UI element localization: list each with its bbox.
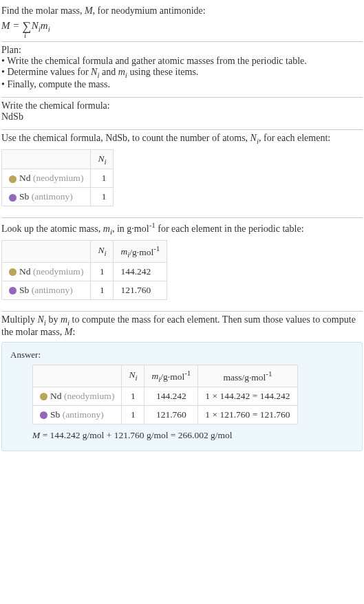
- table-header-row: Ni mi/g·mol-1: [2, 240, 167, 262]
- elname: (antimony): [32, 285, 73, 295]
- element-cell: Sb (antimony): [33, 405, 122, 424]
- var-mi: mi: [61, 313, 69, 326]
- n-cell: 1: [91, 262, 114, 281]
- t: :: [72, 327, 75, 337]
- blank-header: [2, 240, 91, 262]
- n-cell: 1: [122, 387, 144, 405]
- sym: Sb: [19, 285, 29, 295]
- elname: (neodymium): [33, 173, 84, 183]
- element-cell: Nd (neodymium): [33, 387, 122, 405]
- n: antimony: [65, 409, 100, 420]
- count-table: Ni Nd (neodymium) 1 Sb (antimony) 1: [1, 149, 114, 207]
- answer-inner: Ni mi/g·mol-1 mass/g·mol-1 Nd (neodymium…: [10, 365, 354, 441]
- n: neodymium: [67, 391, 111, 401]
- sym: Sb: [50, 409, 60, 420]
- chem-label: Write the chemical formula:: [1, 100, 363, 111]
- formula-M: M: [1, 20, 10, 31]
- n: antimony: [34, 285, 69, 295]
- intro-text-b: , for neodymium antimonide:: [93, 6, 206, 16]
- plan-title: Plan:: [1, 45, 363, 56]
- table-row: Nd (neodymium) 1 144.242 1 × 144.242 = 1…: [33, 387, 298, 405]
- t: , for each element:: [259, 133, 330, 143]
- plan-b2a: • Determine values for: [1, 67, 91, 77]
- final-equation: M = 144.242 g/mol + 121.760 g/mol = 266.…: [32, 430, 354, 441]
- blank-header: [2, 149, 91, 169]
- sup: -1: [266, 369, 272, 378]
- plan-b2c: using these items.: [127, 67, 198, 77]
- sub: i: [135, 374, 137, 382]
- chem-formula: NdSb: [1, 111, 363, 122]
- eq-text: = 144.242 g/mol + 121.760 g/mol = 266.00…: [40, 430, 232, 440]
- u: /g·mol: [129, 246, 153, 257]
- elname: (antimony): [63, 409, 104, 420]
- n-cell: 1: [91, 281, 114, 299]
- n: neodymium: [36, 266, 81, 277]
- multiply-text: Multiply Ni by mi to compute the mass fo…: [1, 314, 363, 338]
- m-cell: 121.760: [144, 405, 198, 424]
- mi-header: mi/g·mol-1: [144, 365, 198, 387]
- element-cell: Nd (neodymium): [2, 262, 91, 281]
- sym: Nd: [50, 391, 62, 401]
- sub: i: [104, 157, 106, 165]
- element-dot-icon: [9, 268, 17, 276]
- intro-section: Find the molar mass, M, for neodymium an…: [1, 3, 363, 41]
- plan-b2: • Determine values for Ni and mi using t…: [1, 67, 363, 79]
- element-cell: Sb (antimony): [2, 188, 91, 206]
- sym: Nd: [19, 173, 31, 183]
- m-cell: 144.242: [144, 387, 198, 405]
- sup: -1: [184, 369, 191, 377]
- Ni-header: Ni: [91, 149, 114, 169]
- t: by: [46, 314, 61, 325]
- n: neodymium: [36, 173, 81, 183]
- var-mi: mi: [118, 65, 127, 78]
- lookup-table: Ni mi/g·mol-1 Nd (neodymium) 1 144.242 S…: [1, 240, 167, 300]
- lookup-section: Look up the atomic mass, mi, in g·mol-1 …: [1, 218, 363, 311]
- var-Ni: Ni: [91, 65, 99, 78]
- var-M: M: [65, 325, 73, 338]
- answer-table: Ni mi/g·mol-1 mass/g·mol-1 Nd (neodymium…: [32, 365, 298, 424]
- m-cell: 121.760: [114, 281, 167, 299]
- Ni-header: Ni: [91, 240, 114, 262]
- table-row: Sb (antimony) 1 121.760 1 × 121.760 = 12…: [33, 405, 298, 424]
- count-text: Use the chemical formula, NdSb, to count…: [1, 133, 363, 145]
- table-row: Nd (neodymium) 1 144.242: [2, 262, 167, 281]
- multiply-section: Multiply Ni by mi to compute the mass fo…: [1, 312, 363, 462]
- t: Use the chemical formula, NdSb, to count…: [1, 133, 250, 143]
- intro-line1: Find the molar mass, M, for neodymium an…: [1, 6, 363, 17]
- var-M: M: [32, 430, 40, 440]
- plan-b3: • Finally, compute the mass.: [1, 79, 363, 90]
- blank-header: [33, 365, 122, 387]
- n-cell: 1: [91, 169, 114, 188]
- n-cell: 1: [122, 405, 144, 424]
- sub-i2: i: [48, 25, 50, 33]
- var-Ni: Ni: [250, 131, 259, 144]
- table-row: Sb (antimony) 1: [2, 188, 114, 206]
- element-dot-icon: [40, 411, 47, 419]
- mass-cell: 1 × 121.760 = 121.760: [198, 405, 297, 424]
- sym: Nd: [19, 266, 31, 277]
- t: Multiply: [1, 314, 38, 325]
- elname: (neodymium): [64, 391, 115, 401]
- element-dot-icon: [9, 287, 17, 294]
- elname: (antimony): [32, 191, 73, 202]
- chem-section: Write the chemical formula: NdSb: [1, 98, 363, 129]
- m-cell: 144.242: [114, 262, 167, 281]
- element-cell: Nd (neodymium): [2, 169, 91, 188]
- var-mi: mi: [103, 222, 112, 235]
- lookup-text: Look up the atomic mass, mi, in g·mol-1 …: [1, 221, 363, 235]
- table-header-row: Ni mi/g·mol-1 mass/g·mol-1: [33, 365, 298, 387]
- table-row: Sb (antimony) 1 121.760: [2, 281, 167, 299]
- n-cell: 1: [91, 188, 114, 206]
- intro-text-a: Find the molar mass,: [1, 6, 85, 16]
- var-M: M: [85, 4, 93, 17]
- var-Ni: Ni: [38, 313, 46, 326]
- table-header-row: Ni: [2, 149, 114, 169]
- element-dot-icon: [9, 194, 17, 202]
- t: Look up the atomic mass,: [1, 224, 103, 234]
- answer-box: Answer: Ni mi/g·mol-1 mass/g·mol-1 Nd (n…: [1, 342, 363, 451]
- mi-header: mi/g·mol-1: [114, 240, 167, 262]
- sub: i: [104, 249, 106, 257]
- mass-cell: 1 × 144.242 = 144.242: [198, 387, 297, 405]
- plan-section: Plan: • Write the chemical formula and g…: [1, 42, 363, 97]
- sym: Sb: [19, 191, 29, 202]
